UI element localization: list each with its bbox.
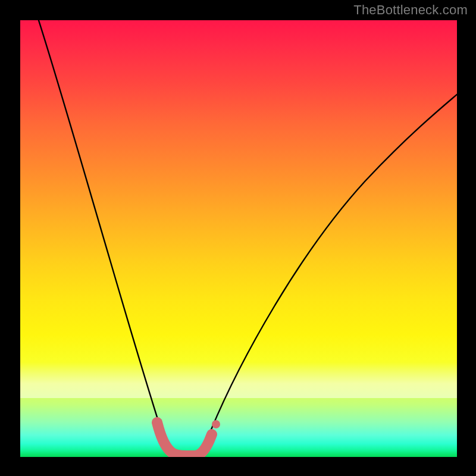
chart-frame: TheBottleneck.com	[0, 0, 476, 476]
watermark-text: TheBottleneck.com	[353, 2, 468, 18]
trough-marker	[157, 422, 212, 456]
plot-area	[20, 20, 457, 457]
trough-marker-dot	[212, 420, 220, 428]
bottleneck-curve	[37, 20, 457, 455]
curve-layer	[20, 20, 457, 457]
